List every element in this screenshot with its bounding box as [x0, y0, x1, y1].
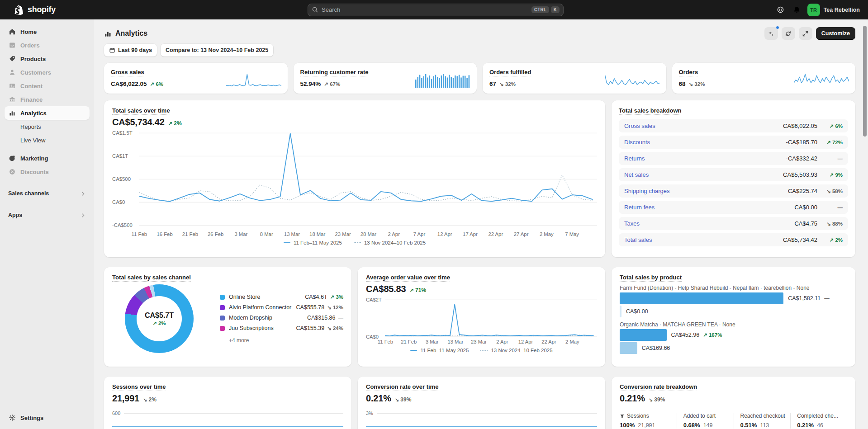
finance-icon — [8, 96, 16, 104]
card-title: Conversion rate breakdown — [620, 383, 847, 390]
breakdown-row-total-sales[interactable]: Total salesCA$5,734.42↗ 2% — [619, 233, 848, 246]
sidebar-item-customers[interactable]: Customers — [5, 66, 90, 79]
product-compare-value: CA$0.00 — [626, 308, 648, 315]
page-header: Analytics Customize — [104, 19, 855, 40]
sidebar-item-marketing[interactable]: Marketing — [5, 151, 90, 165]
svg-text:23 Mar: 23 Mar — [335, 231, 351, 237]
conversion-value: 0.21% — [366, 393, 391, 404]
account-menu[interactable]: TR Tea Rebellion — [806, 3, 863, 17]
sales-by-channel-card: Total sales by sales channel CA$5.7T ↗ 2… — [104, 267, 351, 367]
scrollbar-track[interactable] — [862, 19, 868, 429]
svg-text:CA$500: CA$500 — [112, 176, 131, 182]
compare-button[interactable]: Compare to: 13 Nov 2024–10 Feb 2025 — [161, 44, 273, 57]
date-range-label: Last 90 days — [118, 47, 152, 53]
sidebar-item-analytics[interactable]: Analytics — [5, 106, 90, 120]
breakdown-row-discounts[interactable]: Discounts-CA$185.70↗ 72% — [619, 136, 848, 149]
breakdown-row-gross-sales[interactable]: Gross salesCA$6,022.05↗ 6% — [619, 119, 848, 132]
orders-icon — [8, 42, 16, 49]
sidebar-section-sales-channels[interactable]: Sales channels — [5, 187, 90, 200]
scrollbar-thumb[interactable] — [863, 26, 867, 137]
shopify-logo[interactable]: shopify — [14, 4, 56, 15]
refresh-button[interactable] — [782, 27, 795, 40]
search-input[interactable]: Search CTRL K — [308, 4, 564, 16]
card-title: Conversion rate over time — [366, 383, 597, 390]
total-sales-over-time-card: Total sales over time CA$5,734.42 ↗ 2% C… — [104, 100, 605, 257]
date-range-button[interactable]: Last 90 days — [104, 44, 157, 57]
breakdown-link: Returns — [624, 155, 786, 162]
sales-by-product-card: Total sales by product Farm Fund (Donati… — [612, 267, 855, 367]
breakdown-row-taxes[interactable]: TaxesCA$4.75↘ 88% — [619, 217, 848, 230]
breakdown-row-return-fees[interactable]: Return feesCA$0.00— — [619, 201, 848, 214]
charts-row-3: Sessions over time 21,991 ↘ 2% 600 Conve… — [104, 377, 855, 429]
kpi-card-orders-fulfilled[interactable]: Orders fulfilled67↘ 32% — [483, 63, 666, 94]
discounts-icon — [8, 168, 16, 176]
sidebar-item-discounts[interactable]: Discounts — [5, 165, 90, 179]
channel-row-juo-subscriptions: Juo SubscriptionsCA$155.39↘ 24% — [220, 325, 343, 331]
breakdown-delta: ↗ 9% — [830, 172, 843, 178]
sidebar-item-live-view[interactable]: Live View — [5, 133, 90, 147]
product-compare-amount: CA$0.00 — [626, 308, 648, 315]
legend-previous: 13 Nov 2024–10 Feb 2025 — [354, 240, 426, 245]
legend-previous: 13 Nov 2024–10 Feb 2025 — [480, 348, 552, 353]
product-compare-row: CA$169.66 — [620, 342, 847, 354]
product-amount: CA$452.96 — [671, 332, 700, 338]
notifications-button[interactable] — [790, 3, 804, 17]
sparkle-icon — [768, 30, 774, 37]
sidebar-item-products[interactable]: Products — [5, 52, 90, 66]
svg-text:13 Mar: 13 Mar — [447, 339, 463, 344]
kbd-ctrl: CTRL — [531, 6, 549, 13]
sidebar-item-settings[interactable]: Settings — [5, 411, 90, 424]
page-title: Analytics — [104, 29, 147, 38]
kpi-card-orders[interactable]: Orders68↘ 32% — [672, 63, 856, 94]
breakdown-row-net-sales[interactable]: Net salesCA$5,503.93↗ 9% — [619, 168, 848, 181]
breakdown-link: Return fees — [624, 204, 794, 211]
donut-center-delta: ↗ 2% — [152, 321, 166, 326]
more-channels-link[interactable]: +4 more — [229, 337, 343, 344]
total-sales-chart: CA$1.5TCA$1TCA$500CA$0-CA$50011 Feb16 Fe… — [112, 129, 597, 237]
kpi-card-gross-sales[interactable]: Gross salesCA$6,022.05↗ 6% — [104, 63, 288, 94]
svg-text:28 Mar: 28 Mar — [360, 231, 376, 237]
kpi-card-returning-customer-rate[interactable]: Returning customer rate52.94%↗ 67% — [294, 63, 477, 94]
svg-text:3 Mar: 3 Mar — [234, 231, 247, 237]
sidebar-item-content[interactable]: Content — [5, 79, 90, 93]
magic-insights-button[interactable] — [764, 27, 778, 40]
customize-button[interactable]: Customize — [816, 27, 855, 40]
channel-amount: CA$4.6T — [305, 294, 327, 300]
svg-text:11 Feb: 11 Feb — [132, 231, 147, 237]
sessions-value: 21,991 — [112, 393, 139, 404]
breakdown-link: Shipping charges — [624, 188, 788, 194]
breakdown-row-returns[interactable]: Returns-CA$332.42— — [619, 152, 848, 165]
channel-row-modern-dropship: Modern DropshipCA$315.86— — [220, 315, 343, 321]
card-title: Total sales over time — [112, 107, 597, 114]
chevron-right-icon — [80, 212, 86, 218]
breakdown-row-shipping-charges[interactable]: Shipping chargesCA$225.74↘ 58% — [619, 184, 848, 198]
breakdown-value: CA$6,022.05 — [783, 123, 817, 129]
fullscreen-button[interactable] — [799, 27, 812, 40]
product-label: Organic Matcha · MATCHA GREEN TEA · None — [620, 321, 847, 328]
funnel-step-sessions: Sessions100%21,991 — [620, 413, 677, 429]
sidebar-nav: HomeOrdersProductsCustomersContentFinanc… — [5, 25, 90, 179]
sidebar-item-home[interactable]: Home — [5, 25, 90, 38]
breakdown-value: -CA$332.42 — [786, 155, 817, 162]
kpi-sparkline — [794, 72, 849, 89]
svg-text:22 Apr: 22 Apr — [541, 339, 556, 344]
sidebar-section-apps[interactable]: Apps — [5, 208, 90, 222]
kpi-delta: ↗ 67% — [324, 81, 340, 87]
sidebar-item-reports[interactable]: Reports — [5, 120, 90, 133]
home-icon — [8, 28, 16, 36]
product-compare-amount: CA$169.66 — [642, 345, 670, 351]
product-delta: — — [824, 296, 830, 301]
funnel-value: 0.21% — [620, 393, 645, 404]
sidebar-item-orders[interactable]: Orders — [5, 38, 90, 52]
kpi-value: 68 — [679, 80, 686, 87]
sidebar-item-finance[interactable]: Finance — [5, 93, 90, 106]
channel-swatch — [220, 295, 225, 300]
kpi-value: 67 — [489, 80, 496, 87]
funnel-step-added-to-cart: Added to cart0.68%149 — [677, 413, 734, 429]
assistant-button[interactable] — [774, 3, 787, 17]
product-bar-previous — [620, 342, 637, 354]
breakdown-link: Discounts — [624, 139, 786, 146]
svg-text:2 Apr: 2 Apr — [388, 231, 400, 237]
card-title: Total sales breakdown — [619, 107, 848, 114]
legend-current: 11 Feb–11 May 2025 — [410, 348, 469, 353]
